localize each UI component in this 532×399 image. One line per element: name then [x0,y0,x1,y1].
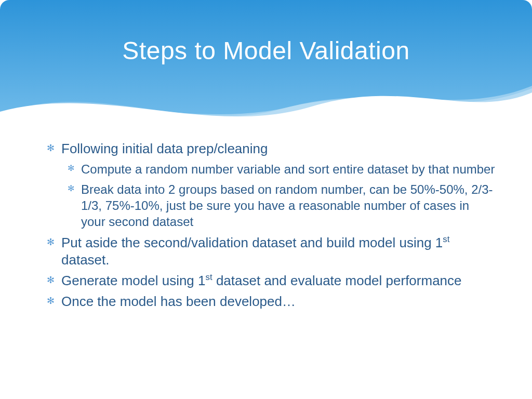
bullet-level1: Following initial data prep/cleaning [47,140,496,158]
bullet-level2: Compute a random number variable and sor… [68,161,496,177]
superscript: st [206,272,212,282]
bullet-level1: Once the model has been developed… [47,293,496,311]
text-part: dataset and evaluate model performance [212,273,462,288]
banner [0,0,532,145]
superscript: st [443,234,449,244]
slide-title: Steps to Model Validation [0,36,532,65]
wave-graphic [0,0,532,145]
bullet-level1: Generate model using 1st dataset and eva… [47,272,496,290]
content-area: Following initial data prep/cleaning Com… [47,140,496,314]
slide: Steps to Model Validation Following init… [0,0,532,399]
bullet-level1: Put aside the second/validation dataset … [47,234,496,270]
text-part: Generate model using 1 [61,273,206,288]
text-part: Put aside the second/validation dataset … [61,235,443,250]
bullet-level2: Break data into 2 groups based on random… [68,181,496,230]
text-part: dataset. [61,252,110,268]
